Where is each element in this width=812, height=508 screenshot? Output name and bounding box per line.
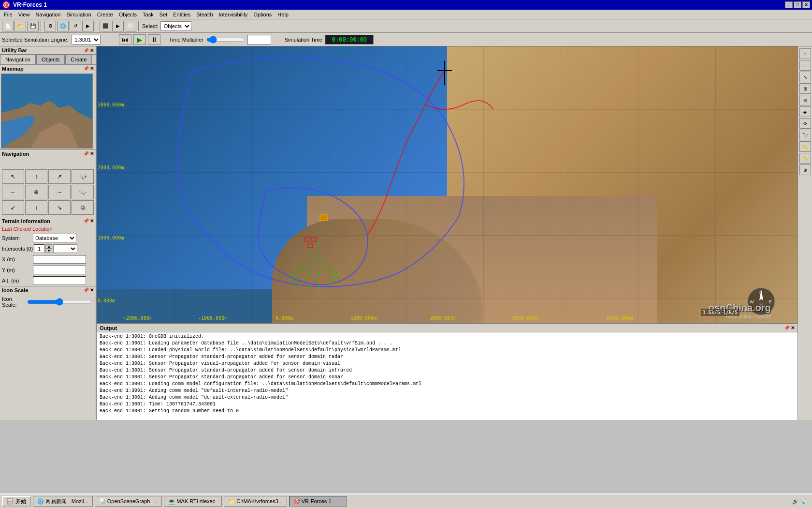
minimize-button[interactable]: ─ xyxy=(785,1,793,8)
svg-point-8 xyxy=(304,261,305,263)
sim-engine-dropdown[interactable]: 1:3001 xyxy=(72,35,101,45)
svg-point-12 xyxy=(306,268,308,270)
right-btn-5[interactable]: ⊟ xyxy=(799,95,811,105)
pause-button[interactable]: ⏸ xyxy=(148,34,160,45)
navigation-pin-icon[interactable]: 📌 xyxy=(83,151,89,157)
tb-btn5[interactable]: ⬛ xyxy=(100,21,111,31)
alt-input[interactable] xyxy=(33,276,86,285)
svg-point-11 xyxy=(316,261,318,263)
minimap-pin-icon[interactable]: 📌 xyxy=(83,66,89,72)
zoom-in-btn[interactable]: 🔍+ xyxy=(72,169,94,184)
menu-intervisibility[interactable]: Intervisibility xyxy=(216,11,251,18)
system-dropdown[interactable]: Database xyxy=(33,234,76,242)
navigation-close-icon[interactable]: ✕ xyxy=(90,151,94,157)
menu-stealth[interactable]: Stealth xyxy=(193,11,216,18)
svg-point-19 xyxy=(318,273,320,275)
svg-point-5 xyxy=(308,254,310,255)
right-btn-6[interactable]: ◈ xyxy=(799,106,811,117)
menu-navigation[interactable]: Navigation xyxy=(32,11,63,18)
tb-btn3[interactable]: ↺ xyxy=(70,21,81,31)
menu-set[interactable]: Set xyxy=(157,11,171,18)
terrain-close-icon[interactable]: ✕ xyxy=(90,218,94,224)
nav-down-btn[interactable]: ↓ xyxy=(25,200,47,215)
icon-scale-slider[interactable] xyxy=(27,298,92,306)
start-button[interactable]: 🪟 开始 xyxy=(2,496,31,507)
minimap-close-icon[interactable]: ✕ xyxy=(90,66,94,72)
maximize-button[interactable]: □ xyxy=(794,1,801,8)
tb-btn1[interactable]: ⚙ xyxy=(44,21,56,31)
nav-up-right-btn[interactable]: ↗ xyxy=(48,169,71,184)
svg-point-32 xyxy=(299,284,301,285)
menu-entities[interactable]: Entities xyxy=(170,11,193,18)
menu-simulation[interactable]: Simulation xyxy=(63,11,94,18)
time-multiplier-slider[interactable] xyxy=(206,36,245,44)
new-button[interactable]: 📄 xyxy=(2,21,14,31)
taskbar-clock: 🔊 📡 xyxy=(789,497,810,506)
save-button[interactable]: 💾 xyxy=(27,21,39,31)
map-area[interactable]: 3000.000m 2000.000m 1000.000m 0.000m -20… xyxy=(97,46,798,420)
intersects-type-dropdown[interactable] xyxy=(53,244,77,253)
select-dropdown[interactable]: Objects xyxy=(160,21,191,31)
intersects-up-btn[interactable]: ▲ xyxy=(45,244,52,249)
menu-create[interactable]: Create xyxy=(94,11,116,18)
icon-scale-pin-icon[interactable]: 📌 xyxy=(83,287,89,293)
menu-options[interactable]: Options xyxy=(250,11,275,18)
time-multiplier-input[interactable]: 1.00 xyxy=(247,35,271,45)
tb-btn6[interactable]: ▶ xyxy=(112,21,124,31)
output-line-6: Back-end 1:3001: Sensor Propagator stand… xyxy=(100,374,795,381)
taskbar-item-osg[interactable]: 📊 OpenSceneGraph -... xyxy=(95,496,162,507)
minimap-canvas[interactable] xyxy=(1,74,93,149)
open-button[interactable]: 📂 xyxy=(14,21,26,31)
menu-view[interactable]: View xyxy=(15,11,33,18)
right-btn-3[interactable]: ⤡ xyxy=(799,72,811,82)
output-close-icon[interactable]: ✕ xyxy=(791,325,795,331)
right-btn-4[interactable]: ⊞ xyxy=(799,83,811,94)
menu-objects[interactable]: Objects xyxy=(116,11,140,18)
toolbar1: 📄 📂 💾 ⚙ 🌐 ↺ ▶ ⬛ ▶ ⬜ Select: Objects xyxy=(0,19,812,33)
close-button[interactable]: ✕ xyxy=(802,1,810,8)
taskbar-item-browser[interactable]: 🌐 网易新闻 - Mozil... xyxy=(33,496,93,507)
play-button[interactable]: ▶ xyxy=(133,34,146,45)
zoom-out-btn[interactable]: 🔍- xyxy=(72,185,94,199)
icon-scale-close-icon[interactable]: ✕ xyxy=(90,287,94,293)
nav-center-btn[interactable]: ⊕ xyxy=(25,185,47,199)
right-btn-2[interactable]: ↔ xyxy=(799,60,811,71)
right-btn-7[interactable]: ⟳ xyxy=(799,118,811,129)
taskbar-item-vrforces[interactable]: 🎯 VR-Forces 1 xyxy=(289,496,347,507)
y-input[interactable] xyxy=(33,266,86,274)
right-btn-10[interactable]: 📏 xyxy=(799,153,811,164)
utility-bar-pin-icon[interactable]: 📌 xyxy=(83,48,89,53)
nav-up-btn[interactable]: ↑ xyxy=(25,169,47,184)
rewind-button[interactable]: ⏮ xyxy=(119,34,131,45)
x-input[interactable] xyxy=(33,255,86,264)
nav-up-left-btn[interactable]: ↖ xyxy=(2,169,24,184)
tb-btn2[interactable]: 🌐 xyxy=(57,21,69,31)
terrain-pin-icon[interactable]: 📌 xyxy=(83,218,89,224)
taskbar-item-mak[interactable]: 📁 C:\MAK\vrforces3... xyxy=(224,496,287,507)
nav-fit-btn[interactable]: ⧉ xyxy=(72,200,94,215)
right-btn-1[interactable]: ↕ xyxy=(799,48,811,59)
nav-left-btn[interactable]: ← xyxy=(2,185,24,199)
right-btn-9[interactable]: 📐 xyxy=(799,141,811,152)
nav-down-left-btn[interactable]: ↙ xyxy=(2,200,24,215)
output-line-5: Back-end 1:3001: Sensor Propagator stand… xyxy=(100,367,795,374)
taskbar-item-rti[interactable]: 💻 MAK RTI rtiexec xyxy=(164,496,222,507)
intersects-value[interactable] xyxy=(34,244,44,253)
nav-down-right-btn[interactable]: ↘ xyxy=(48,200,71,215)
tab-navigation[interactable]: Navigation xyxy=(0,55,36,64)
output-pin-icon[interactable]: 📌 xyxy=(784,325,790,331)
menu-file[interactable]: File xyxy=(1,11,15,18)
menu-task[interactable]: Task xyxy=(140,11,157,18)
tab-objects[interactable]: Objects xyxy=(36,55,65,64)
tab-create[interactable]: Create xyxy=(65,55,92,64)
utility-bar-close-icon[interactable]: ✕ xyxy=(90,48,94,53)
menu-help[interactable]: Help xyxy=(275,11,291,18)
intersects-down-btn[interactable]: ▼ xyxy=(45,249,52,253)
nav-right-btn[interactable]: → xyxy=(48,185,71,199)
x-label: X (m) xyxy=(2,256,31,262)
tb-btn4[interactable]: ▶ xyxy=(82,21,94,31)
right-btn-11[interactable]: ⊕ xyxy=(799,164,811,175)
right-btn-8[interactable]: 🔭 xyxy=(799,130,811,140)
output-content[interactable]: Back-end 1:3001: OrcGDB initialized. Bac… xyxy=(97,332,798,418)
tb-btn7[interactable]: ⬜ xyxy=(125,21,136,31)
